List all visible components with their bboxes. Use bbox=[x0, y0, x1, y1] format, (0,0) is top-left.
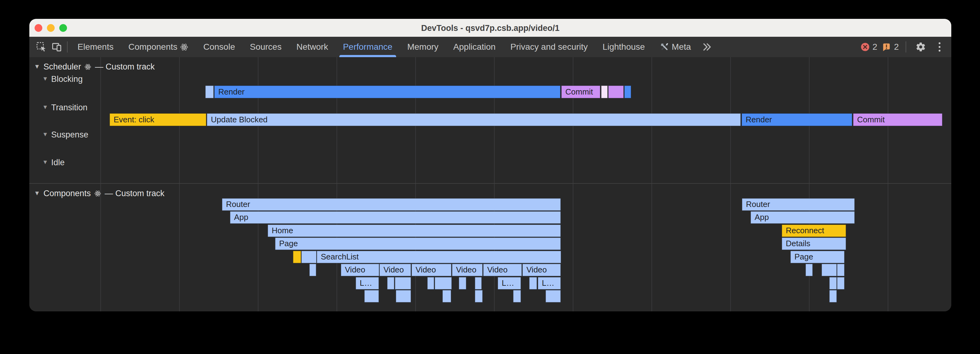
flame-bar-l[interactable]: L… bbox=[498, 277, 521, 289]
lane-suspense[interactable]: ▼Suspense bbox=[42, 129, 88, 140]
flame-bar[interactable] bbox=[829, 277, 837, 289]
track-title-suffix: — Custom track bbox=[95, 62, 155, 72]
device-toolbar-icon[interactable] bbox=[49, 37, 65, 57]
flame-bar[interactable] bbox=[601, 86, 608, 98]
lane-label-text: Blocking bbox=[51, 75, 83, 84]
toolbar-left-icons bbox=[33, 37, 65, 57]
flame-bar-l[interactable]: L… bbox=[356, 277, 379, 289]
flame-bar[interactable] bbox=[387, 277, 394, 289]
flame-bar[interactable] bbox=[475, 277, 482, 289]
flame-bar-render[interactable]: Render bbox=[214, 86, 560, 98]
timeline-gridline bbox=[100, 57, 101, 311]
tab-sources[interactable]: Sources bbox=[242, 37, 289, 57]
tab-application[interactable]: Application bbox=[446, 37, 503, 57]
flame-bar-commit[interactable]: Commit bbox=[561, 86, 600, 98]
flame-bar-router[interactable]: Router bbox=[222, 198, 561, 210]
flame-bar-searchlist[interactable]: SearchList bbox=[317, 251, 561, 263]
collapse-triangle-icon[interactable]: ▼ bbox=[42, 75, 48, 82]
tab-label: Memory bbox=[407, 42, 438, 52]
lane-label-text: Idle bbox=[51, 158, 65, 167]
flame-bar-reconnect[interactable]: Reconnect bbox=[782, 225, 846, 237]
desktop-background: DevTools - qsvd7p.csb.app/video/1 bbox=[0, 0, 980, 354]
flame-bar[interactable] bbox=[442, 290, 451, 302]
flame-bar-update-blocked[interactable]: Update Blocked bbox=[207, 113, 741, 126]
timeline-gridline bbox=[730, 57, 731, 311]
flame-bar-video[interactable]: Video bbox=[483, 264, 522, 276]
flame-bar[interactable] bbox=[475, 290, 483, 302]
flame-bar[interactable] bbox=[427, 277, 434, 289]
tab-privacy-and-security[interactable]: Privacy and security bbox=[503, 37, 595, 57]
flame-bar-video[interactable]: Video bbox=[412, 264, 452, 276]
flame-bar-render[interactable]: Render bbox=[741, 113, 852, 126]
flame-bar-app[interactable]: App bbox=[751, 211, 854, 224]
tab-lighthouse[interactable]: Lighthouse bbox=[595, 37, 652, 57]
flame-bar[interactable] bbox=[529, 277, 537, 289]
flame-bar-event-click[interactable]: Event: click bbox=[110, 113, 206, 126]
flame-bar-app[interactable]: App bbox=[230, 211, 561, 224]
flame-bar[interactable] bbox=[837, 264, 845, 276]
collapse-triangle-icon[interactable]: ▼ bbox=[42, 104, 48, 111]
flame-bar[interactable] bbox=[459, 277, 466, 289]
flame-bar[interactable] bbox=[608, 86, 624, 98]
flame-bar-l[interactable]: L… bbox=[538, 277, 561, 289]
flame-bar-home[interactable]: Home bbox=[268, 225, 561, 237]
lane-blocking[interactable]: ▼Blocking bbox=[42, 74, 83, 85]
tab-performance[interactable]: Performance bbox=[336, 37, 400, 57]
track-separator bbox=[29, 183, 951, 184]
flame-bar-page[interactable]: Page bbox=[791, 251, 845, 263]
collapse-triangle-icon[interactable]: ▼ bbox=[34, 190, 40, 197]
flame-bar[interactable] bbox=[309, 264, 316, 276]
tab-label: Sources bbox=[250, 42, 282, 52]
flame-bar-details[interactable]: Details bbox=[782, 238, 846, 250]
inspect-icon[interactable] bbox=[33, 37, 49, 57]
flame-bar[interactable] bbox=[624, 86, 631, 98]
flame-bar[interactable] bbox=[435, 277, 452, 289]
timeline-gridline bbox=[179, 57, 180, 311]
tab-memory[interactable]: Memory bbox=[400, 37, 446, 57]
flame-bar-video[interactable]: Video bbox=[452, 264, 483, 276]
flame-bar[interactable] bbox=[301, 251, 317, 263]
track-header-components[interactable]: ▼Components— Custom track bbox=[34, 188, 164, 199]
toolbar-divider bbox=[67, 41, 68, 53]
flame-bar[interactable] bbox=[805, 264, 813, 276]
tab-meta[interactable]: Meta bbox=[652, 37, 698, 57]
flame-bar-page[interactable]: Page bbox=[275, 238, 561, 250]
tab-label: Application bbox=[453, 42, 496, 52]
flame-bar[interactable] bbox=[829, 290, 837, 302]
flame-bar-video[interactable]: Video bbox=[379, 264, 411, 276]
flame-bar-commit[interactable]: Commit bbox=[853, 113, 942, 126]
track-header-scheduler[interactable]: ▼Scheduler— Custom track bbox=[34, 61, 155, 72]
tab-console[interactable]: Console bbox=[196, 37, 242, 57]
react-atom-icon bbox=[94, 190, 101, 197]
tab-network[interactable]: Network bbox=[289, 37, 336, 57]
tab-strip: ElementsComponentsConsoleSourcesNetworkP… bbox=[70, 37, 698, 57]
collapse-triangle-icon[interactable]: ▼ bbox=[42, 131, 48, 138]
tools-icon bbox=[660, 42, 669, 52]
flame-bar[interactable] bbox=[822, 264, 837, 276]
flame-bar[interactable] bbox=[293, 251, 301, 263]
lane-label-text: Transition bbox=[51, 103, 88, 112]
warning-badge[interactable]: 2 bbox=[881, 42, 899, 52]
flame-bar[interactable] bbox=[513, 290, 521, 302]
flame-bar[interactable] bbox=[364, 290, 379, 302]
collapse-triangle-icon[interactable]: ▼ bbox=[42, 159, 48, 166]
lane-idle[interactable]: ▼Idle bbox=[42, 157, 65, 168]
chevron-double-right-icon[interactable] bbox=[698, 37, 715, 57]
flame-bar[interactable] bbox=[837, 277, 845, 289]
tab-components[interactable]: Components bbox=[121, 37, 196, 57]
flame-bar-video[interactable]: Video bbox=[341, 264, 379, 276]
flame-bar[interactable] bbox=[205, 86, 214, 98]
tab-elements[interactable]: Elements bbox=[70, 37, 121, 57]
timeline-gridline bbox=[888, 57, 888, 311]
kebab-menu-icon[interactable] bbox=[933, 40, 947, 54]
flame-bar[interactable] bbox=[546, 290, 561, 302]
settings-gear-icon[interactable] bbox=[913, 37, 928, 57]
flame-bar-video[interactable]: Video bbox=[522, 264, 561, 276]
performance-timeline[interactable]: ▼Scheduler— Custom track▼Blocking▼Transi… bbox=[29, 57, 951, 311]
lane-transition[interactable]: ▼Transition bbox=[42, 102, 88, 113]
error-badge[interactable]: 2 bbox=[860, 42, 878, 52]
flame-bar[interactable] bbox=[395, 277, 411, 289]
collapse-triangle-icon[interactable]: ▼ bbox=[34, 63, 40, 70]
flame-bar-router[interactable]: Router bbox=[742, 198, 854, 210]
flame-bar[interactable] bbox=[396, 290, 411, 302]
